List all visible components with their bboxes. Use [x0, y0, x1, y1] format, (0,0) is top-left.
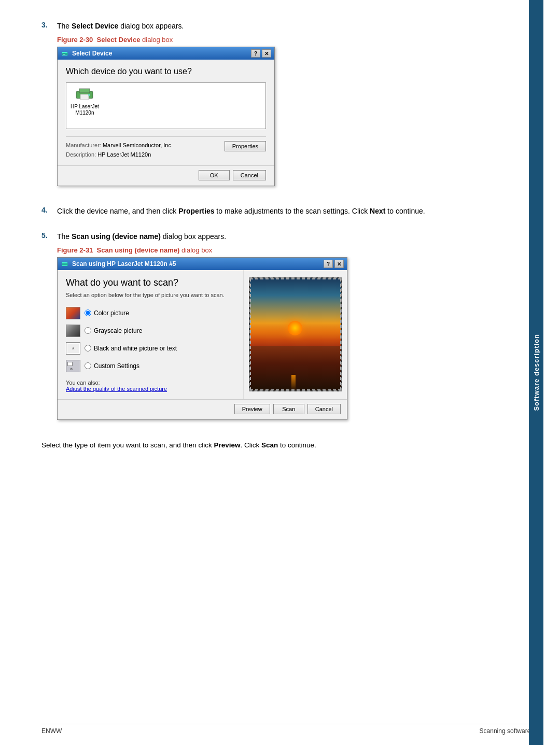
- scan-left-panel: What do you want to scan? Select an opti…: [58, 270, 243, 399]
- grayscale-picture-label[interactable]: Grayscale picture: [85, 327, 142, 334]
- select-device-dialog: Select Device ? ✕ Which device do you wa…: [57, 47, 275, 186]
- select-device-question: Which device do you want to use?: [66, 67, 266, 76]
- color-picture-radio[interactable]: [85, 310, 91, 316]
- custom-settings-radio[interactable]: [85, 362, 91, 369]
- step-3-text: The Select Device dialog box appears.: [57, 21, 498, 32]
- scan-dialog-body: What do you want to scan? Select an opti…: [58, 270, 347, 399]
- scan-question: What do you want to scan?: [66, 277, 235, 288]
- sunset-preview-image: [250, 278, 341, 390]
- step-5-content: The Scan using (device name) dialog box …: [57, 231, 498, 429]
- svg-rect-0: [63, 54, 65, 54]
- step-number-4: 4.: [41, 206, 57, 214]
- water-element: [250, 346, 341, 390]
- figure-2-31-label: Figure 2-31 Scan using (device name) dia…: [57, 246, 498, 254]
- you-can-also-text: You can also:: [66, 379, 235, 386]
- scan-titlebar-buttons[interactable]: ? ✕: [324, 260, 344, 268]
- adjust-quality-link[interactable]: Adjust the quality of the scanned pictur…: [66, 386, 167, 392]
- properties-button[interactable]: Properties: [225, 141, 266, 151]
- step-4: 4. Click the device name, and then click…: [41, 206, 498, 221]
- svg-rect-2: [79, 89, 90, 93]
- scan-option-grayscale: Grayscale picture: [66, 325, 235, 337]
- scan-printer-icon: [61, 260, 69, 268]
- device-icon-item: HP LaserJetM1120n: [71, 87, 99, 116]
- bw-picture-label[interactable]: Black and white picture or text: [85, 345, 177, 352]
- help-button[interactable]: ?: [251, 49, 260, 58]
- page-footer: ENWW Scanning software 47: [41, 724, 539, 735]
- step-4-text: Click the device name, and then click Pr…: [57, 206, 498, 217]
- bw-picture-text: Black and white picture or text: [94, 345, 177, 352]
- color-picture-label[interactable]: Color picture: [85, 310, 129, 317]
- scan-button[interactable]: Scan: [273, 404, 304, 414]
- preview-button[interactable]: Preview: [234, 404, 270, 414]
- grayscale-picture-text: Grayscale picture: [94, 327, 142, 334]
- preview-image-area: [249, 277, 342, 391]
- device-icon-label: HP LaserJetM1120n: [71, 104, 99, 116]
- bottom-instruction-text: Select the type of item you want to scan…: [41, 440, 498, 451]
- select-device-titlebar: Select Device ? ✕: [58, 47, 274, 60]
- scan-option-bw: A Black and white picture or text: [66, 342, 235, 355]
- select-device-dialog-buttons: OK Cancel: [58, 165, 274, 186]
- color-picture-text: Color picture: [94, 310, 129, 317]
- scan-titlebar-left: Scan using HP LaserJet M1120n #5: [61, 260, 176, 268]
- dialog-title-text: Select Device: [72, 50, 112, 57]
- custom-settings-icon: ⚙: [66, 360, 80, 372]
- svg-rect-3: [80, 94, 89, 100]
- svg-point-4: [88, 94, 90, 96]
- close-button[interactable]: ✕: [262, 49, 271, 58]
- bw-picture-radio[interactable]: [85, 345, 91, 352]
- device-info-row: Manufacturer: Marvell Semiconductor, Inc…: [66, 136, 266, 159]
- scan-cancel-button[interactable]: Cancel: [307, 404, 341, 414]
- grayscale-picture-icon: [66, 325, 80, 337]
- ok-button[interactable]: OK: [199, 170, 230, 180]
- printer-icon: [61, 49, 69, 58]
- step-number-3: 3.: [41, 21, 57, 29]
- figure-2-30-label: Figure 2-30 Select Device dialog box: [57, 36, 498, 44]
- properties-btn-area: Properties: [225, 141, 266, 151]
- device-list-area: HP LaserJetM1120n: [66, 82, 266, 129]
- sun-reflection: [291, 375, 296, 390]
- scan-option-color: Color picture: [66, 307, 235, 319]
- scan-option-custom: ⚙ Custom Settings: [66, 360, 235, 372]
- device-info-text: Manufacturer: Marvell Semiconductor, Inc…: [66, 141, 173, 159]
- scan-dialog-titlebar: Scan using HP LaserJet M1120n #5 ? ✕: [58, 258, 347, 270]
- software-description-sidebar: Software description: [529, 0, 543, 745]
- grayscale-picture-radio[interactable]: [85, 327, 91, 334]
- bw-picture-icon: A: [66, 342, 80, 355]
- footer-left: ENWW: [41, 727, 62, 735]
- sidebar-tab-label: Software description: [533, 334, 540, 411]
- step-3-content: The Select Device dialog box appears. Fi…: [57, 21, 498, 195]
- scan-dialog-buttons: Preview Scan Cancel: [58, 399, 347, 419]
- scan-right-panel: [243, 270, 347, 399]
- cancel-button[interactable]: Cancel: [233, 170, 266, 180]
- scan-dialog: Scan using HP LaserJet M1120n #5 ? ✕ Wha…: [57, 257, 347, 419]
- titlebar-buttons[interactable]: ? ✕: [251, 49, 271, 58]
- step-3: 3. The Select Device dialog box appears.…: [41, 21, 498, 195]
- printer-device-icon: [75, 87, 94, 103]
- you-can-also-section: You can also: Adjust the quality of the …: [66, 379, 235, 392]
- step-number-5: 5.: [41, 231, 57, 240]
- scan-close-button[interactable]: ✕: [334, 260, 344, 268]
- color-picture-icon: [66, 307, 80, 319]
- scan-help-button[interactable]: ?: [324, 260, 333, 268]
- scan-dialog-title: Scan using HP LaserJet M1120n #5: [72, 260, 176, 268]
- step-4-content: Click the device name, and then click Pr…: [57, 206, 498, 221]
- step-5-text: The Scan using (device name) dialog box …: [57, 231, 498, 242]
- custom-settings-label[interactable]: Custom Settings: [85, 362, 139, 370]
- titlebar-left: Select Device: [61, 49, 112, 58]
- custom-settings-text: Custom Settings: [94, 362, 139, 370]
- scan-subtitle: Select an option below for the type of p…: [66, 291, 235, 299]
- step-5: 5. The Scan using (device name) dialog b…: [41, 231, 498, 429]
